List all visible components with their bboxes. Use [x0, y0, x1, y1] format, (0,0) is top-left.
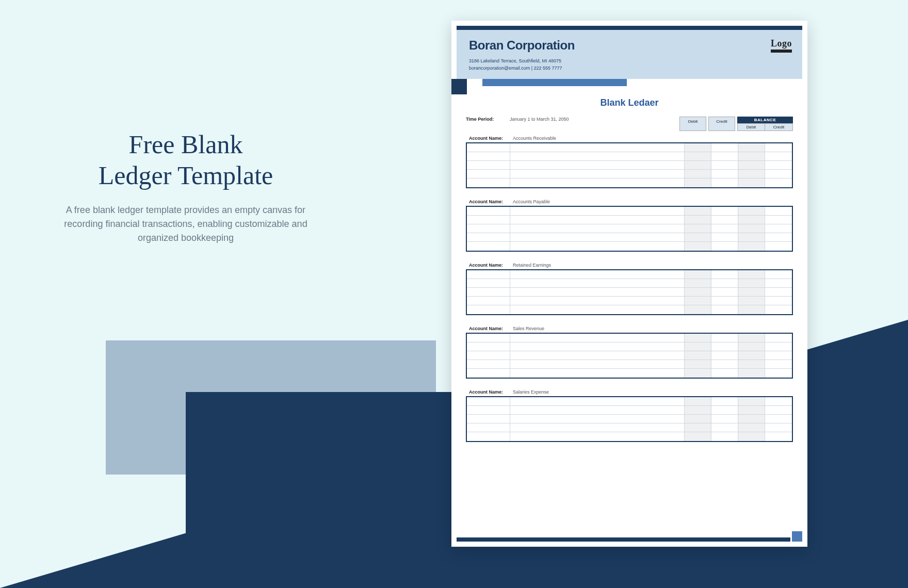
doc-header: Boran Corporation 3186 Lakeland Terrace,…: [457, 30, 802, 79]
period-row: Time Period: January 1 to March 31, 2050…: [457, 117, 802, 131]
ledger-grid: [466, 270, 793, 315]
col-credit: Credit: [708, 117, 735, 131]
ledger-row: [467, 279, 792, 288]
ledger-row: [467, 233, 792, 242]
account-name-label: Account Name:: [469, 263, 513, 268]
ledger-row: [467, 423, 792, 432]
account-name-value: Salaries Expense: [513, 389, 549, 395]
time-period-value: January 1 to March 31, 2050: [510, 117, 679, 122]
col-balance-group: BALANCE Debit Credit: [737, 117, 793, 131]
promo-description: A free blank ledger template provides an…: [46, 203, 325, 245]
ledger-row: [467, 432, 792, 441]
account-header: Account Name:Accounts Payable: [466, 198, 793, 207]
promo-title: Free Blank Ledger Template: [46, 129, 325, 191]
account-name-value: Retained Earnings: [513, 263, 551, 268]
ledger-grid: [466, 334, 793, 379]
document-title: Blank Ledaer: [457, 97, 802, 108]
col-debit: Debit: [679, 117, 706, 131]
account-section: Account Name:Accounts Payable: [466, 198, 793, 252]
doc-sub-bar: [457, 79, 802, 88]
ledger-row: [467, 397, 792, 406]
logo-placeholder: Logo: [771, 38, 792, 53]
account-section: Account Name:Sales Revenue: [466, 324, 793, 379]
promo-panel: Free Blank Ledger Template A free blank …: [46, 129, 325, 245]
account-name-label: Account Name:: [469, 389, 513, 395]
account-name-value: Accounts Receivable: [513, 136, 556, 141]
promo-title-line-2: Ledger Template: [99, 161, 273, 190]
ledger-row: [467, 161, 792, 170]
company-name: Boran Corporation: [469, 38, 790, 53]
ledger-row: [467, 369, 792, 378]
ledger-grid: [466, 207, 793, 252]
company-address: 3186 Lakeland Terrace, Southfield, MI 48…: [469, 58, 790, 65]
ledger-row: [467, 360, 792, 369]
account-section: Account Name:Retained Earnings: [466, 261, 793, 315]
ledger-document: Boran Corporation 3186 Lakeland Terrace,…: [451, 21, 807, 547]
ledger-row: [467, 415, 792, 423]
decor-dark-block: [451, 79, 467, 94]
ledger-row: [467, 288, 792, 297]
account-header: Account Name:Salaries Expense: [466, 388, 793, 397]
account-header: Account Name:Sales Revenue: [466, 324, 793, 334]
ledger-grid: [466, 397, 793, 442]
account-section: Account Name:Salaries Expense: [466, 388, 793, 442]
account-header: Account Name:Accounts Receivable: [466, 134, 793, 143]
col-balance-credit: Credit: [765, 124, 792, 130]
ledger-row: [467, 305, 792, 314]
col-balance: BALANCE: [737, 117, 793, 123]
time-period-label: Time Period:: [466, 117, 510, 122]
ledger-row: [467, 242, 792, 251]
ledger-row: [467, 406, 792, 415]
ledger-row: [467, 334, 792, 342]
account-header: Account Name:Retained Earnings: [466, 261, 793, 270]
ledger-row: [467, 178, 792, 187]
ledger-row: [467, 207, 792, 216]
decor-blue-block: [482, 79, 627, 86]
ledger-row: [467, 351, 792, 360]
doc-bottom-border: [457, 537, 802, 542]
doc-top-border: [457, 26, 802, 30]
ledger-row: [467, 170, 792, 178]
ledger-row: [467, 152, 792, 161]
company-contact: borancorporation@email.com | 222 555 777…: [469, 65, 790, 72]
column-headers: Debit Credit BALANCE Debit Credit: [679, 117, 793, 131]
account-name-label: Account Name:: [469, 326, 513, 331]
account-name-value: Accounts Payable: [513, 199, 550, 204]
account-name-label: Account Name:: [469, 136, 513, 141]
account-name-value: Sales Revenue: [513, 326, 544, 331]
ledger-row: [467, 342, 792, 351]
account-section: Account Name:Accounts Receivable: [466, 134, 793, 188]
promo-title-line-1: Free Blank: [129, 130, 243, 159]
ledger-row: [467, 270, 792, 279]
ledger-row: [467, 297, 792, 305]
ledger-row: [467, 216, 792, 224]
ledger-row: [467, 143, 792, 152]
account-name-label: Account Name:: [469, 199, 513, 204]
col-balance-debit: Debit: [738, 124, 765, 130]
ledger-grid: [466, 143, 793, 188]
ledger-row: [467, 224, 792, 233]
